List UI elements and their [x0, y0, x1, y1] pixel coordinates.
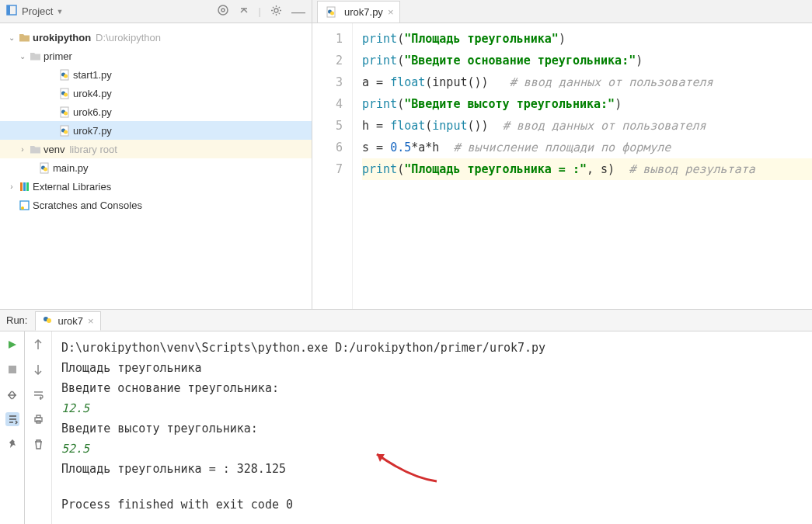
close-icon[interactable]: × — [88, 315, 94, 327]
tree-file-urok7[interactable]: urok7.py — [0, 121, 312, 140]
tree-file-main[interactable]: main.py — [0, 158, 312, 177]
layout-icon[interactable] — [5, 387, 19, 401]
svg-point-10 — [64, 92, 68, 96]
tree-external-libraries[interactable]: › External Libraries — [0, 177, 312, 196]
tab-label: urok7.py — [344, 6, 383, 18]
trash-icon[interactable] — [31, 437, 45, 451]
project-title[interactable]: Project ▼ — [22, 5, 212, 17]
scroll-icon[interactable] — [5, 412, 19, 426]
down-icon[interactable] — [31, 363, 45, 377]
svg-point-27 — [330, 11, 334, 15]
chevron-down-icon[interactable]: ⌄ — [6, 33, 17, 42]
python-file-icon — [37, 161, 51, 174]
project-header: Project ▼ | — — [0, 0, 312, 23]
folder-icon — [28, 50, 42, 62]
venv-label: venv — [44, 144, 64, 155]
project-panel: Project ▼ | — ⌄ urokipython D:\urokipyth… — [0, 0, 312, 309]
python-file-icon — [324, 5, 338, 18]
output-line: Введите основание треугольника: — [61, 378, 803, 398]
output-line: Площадь треугольника — [61, 358, 803, 378]
python-icon — [42, 314, 53, 328]
up-icon[interactable] — [31, 338, 45, 352]
run-tab[interactable]: urok7 × — [35, 311, 100, 331]
tree-scratches[interactable]: › Scratches and Consoles — [0, 196, 312, 214]
tree-folder-venv[interactable]: › venv library root — [0, 140, 312, 158]
close-icon[interactable]: × — [388, 6, 394, 18]
editor-tab-urok7[interactable]: urok7.py × — [317, 1, 400, 23]
run-label: Run: — [6, 314, 27, 326]
run-tab-label: urok7 — [58, 315, 83, 327]
project-tool-icon — [6, 5, 17, 18]
libraries-icon — [17, 180, 31, 193]
annotation-arrow — [371, 446, 441, 491]
scratches-icon — [17, 199, 31, 211]
stop-button[interactable] — [5, 363, 19, 377]
target-icon[interactable] — [217, 4, 229, 19]
chevron-down-icon[interactable]: ⌄ — [17, 52, 28, 61]
svg-point-13 — [64, 111, 68, 115]
editor-tabs: urok7.py × — [312, 0, 812, 23]
editor-panel: urok7.py × 1234567 print("Площадь треуго… — [312, 0, 812, 309]
code-lines: print("Площадь треугольника") print("Вве… — [353, 23, 812, 309]
svg-rect-30 — [9, 366, 16, 373]
svg-point-3 — [221, 9, 225, 12]
print-icon[interactable] — [31, 412, 45, 426]
tree-file-urok4[interactable]: urok4.py — [0, 84, 312, 102]
run-toolbar-nav — [25, 331, 52, 524]
svg-point-4 — [274, 9, 278, 12]
pin-icon[interactable] — [5, 437, 19, 451]
output-line: Введите высоту треугольника: — [61, 418, 803, 439]
root-name: urokipython — [33, 32, 91, 43]
python-file-icon — [58, 87, 71, 99]
run-panel: Run: urok7 × D:\urokipython\venv\Scripts… — [0, 310, 812, 524]
svg-rect-22 — [26, 182, 29, 191]
svg-point-16 — [64, 130, 68, 134]
run-header: Run: urok7 × — [0, 310, 812, 331]
minimize-icon[interactable]: — — [291, 9, 305, 15]
svg-point-2 — [218, 5, 228, 15]
folder-label: primer — [44, 50, 72, 62]
svg-rect-21 — [23, 182, 26, 191]
gear-icon[interactable] — [270, 5, 282, 19]
user-input: 12.5 — [61, 398, 803, 418]
svg-point-7 — [64, 74, 68, 78]
svg-point-24 — [21, 206, 24, 210]
folder-icon — [17, 31, 31, 43]
svg-rect-20 — [20, 182, 23, 191]
expand-icon[interactable] — [239, 5, 249, 18]
folder-icon — [28, 143, 42, 155]
python-file-icon — [58, 68, 71, 81]
code-editor[interactable]: 1234567 print("Площадь треугольника") pr… — [312, 23, 812, 309]
chevron-right-icon[interactable]: › — [17, 145, 28, 154]
svg-rect-1 — [7, 5, 10, 15]
root-path: D:\urokipython — [96, 32, 161, 43]
rerun-button[interactable] — [5, 338, 19, 352]
console-output[interactable]: D:\urokipython\venv\Scripts\python.exe D… — [52, 331, 812, 524]
svg-point-19 — [44, 167, 47, 171]
exit-message: Process finished with exit code 0 — [61, 495, 803, 515]
project-tree: ⌄ urokipython D:\urokipython ⌄ primer st… — [0, 23, 312, 219]
svg-rect-32 — [37, 415, 40, 418]
python-file-icon — [58, 106, 71, 118]
venv-sub: library root — [69, 144, 117, 155]
chevron-right-icon[interactable]: › — [6, 182, 17, 191]
gutter: 1234567 — [312, 23, 353, 309]
wrap-icon[interactable] — [31, 387, 45, 401]
run-toolbar-left — [0, 331, 25, 524]
dropdown-icon: ▼ — [56, 8, 63, 16]
tree-folder-primer[interactable]: ⌄ primer — [0, 47, 312, 65]
python-file-icon — [58, 124, 71, 137]
tree-file-start1[interactable]: start1.py — [0, 65, 312, 84]
svg-point-29 — [47, 318, 51, 323]
divider: | — [259, 5, 261, 17]
command-line: D:\urokipython\venv\Scripts\python.exe D… — [61, 338, 803, 358]
tree-file-urok6[interactable]: urok6.py — [0, 102, 312, 121]
tree-root[interactable]: ⌄ urokipython D:\urokipython — [0, 28, 312, 47]
